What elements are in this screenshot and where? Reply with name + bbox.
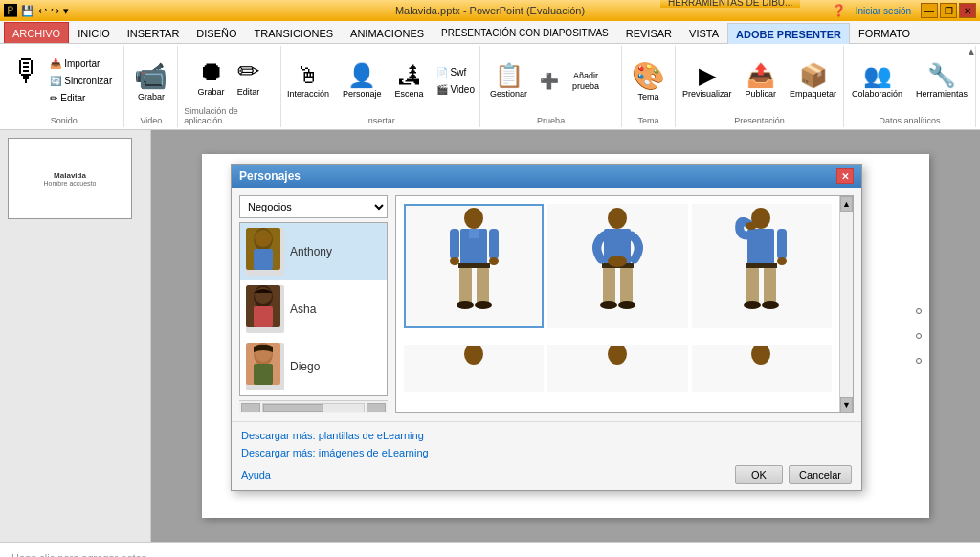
btn-personaje[interactable]: 👤 Personaje (338, 59, 387, 102)
dialog-close-btn[interactable]: ✕ (836, 168, 854, 184)
svg-rect-25 (603, 268, 615, 304)
btn-importar[interactable]: 📥 Importar (46, 56, 116, 72)
collapse-ribbon-btn[interactable]: ▲ (967, 46, 976, 56)
scroll-left-btn[interactable] (241, 403, 260, 412)
scroll-up-btn[interactable]: ▲ (840, 196, 853, 212)
handle-top[interactable] (916, 308, 922, 314)
svg-rect-17 (450, 229, 459, 259)
tab-vista[interactable]: VISTA (680, 22, 727, 43)
tab-adobe[interactable]: ADOBE PRESENTER (727, 23, 850, 44)
svg-rect-34 (746, 268, 759, 304)
microphone-icon: 🎙 (11, 56, 42, 86)
svg-point-36 (744, 301, 761, 309)
edit-sim-icon: ✏ (237, 56, 259, 87)
handle-bottom[interactable] (916, 358, 922, 364)
pose-cell-2[interactable] (547, 204, 687, 328)
pose-cell-4[interactable] (404, 345, 544, 392)
name-anthony: Anthony (290, 245, 332, 258)
btn-video[interactable]: 🎬 Video (433, 81, 479, 98)
character-icon: 👤 (347, 62, 376, 89)
manage-icon: 📋 (495, 62, 523, 89)
ribbon: 🎙 📥 Importar 🔄 Sincronizar ✏ Editar Soni… (0, 44, 980, 130)
btn-editar-sonido[interactable]: ✏ Editar (46, 90, 116, 106)
btn-editar-sim[interactable]: ✏ Editar (232, 53, 266, 100)
list-horizontal-scrollbar[interactable] (239, 400, 388, 413)
scroll-right-btn[interactable] (367, 403, 386, 412)
ok-button[interactable]: OK (735, 465, 783, 484)
handle-middle[interactable] (916, 333, 922, 339)
save-icon[interactable]: 💾 (21, 5, 34, 17)
list-item-diego[interactable]: Diego (240, 338, 387, 395)
window-controls[interactable]: ❓ Iniciar sesión — ❐ ✕ (832, 3, 976, 18)
svg-point-39 (777, 257, 787, 265)
pose-cell-5[interactable] (547, 345, 687, 392)
name-diego: Diego (290, 360, 320, 373)
btn-colaboracion[interactable]: 👥 Colaboración (847, 59, 907, 102)
minimize-btn[interactable]: — (921, 3, 938, 18)
svg-rect-33 (746, 263, 777, 268)
btn-escena[interactable]: 🏞 Escena (390, 59, 429, 102)
slide-thumbnail[interactable]: Malavida Hombre accuesto (8, 138, 132, 219)
list-item-anthony[interactable]: Anthony (240, 223, 387, 280)
btn-tema[interactable]: 🎨 Tema (627, 57, 670, 105)
slide-canvas: Personajes ✕ Negocios (202, 154, 929, 518)
scroll-down-btn[interactable]: ▼ (840, 397, 853, 412)
character-poses-grid (396, 196, 839, 412)
btn-interaccion[interactable]: 🖱 Interacción (282, 59, 334, 102)
btn-gestionar[interactable]: 📋 Gestionar (486, 59, 531, 102)
video-label: Video (140, 114, 162, 125)
window-title: Malavida.pptx - PowerPoint (Evaluación) (395, 5, 585, 16)
link-plantillas[interactable]: Descargar más: plantillas de eLearning (241, 428, 852, 445)
poses-vertical-scrollbar[interactable]: ▲ ▼ (839, 196, 853, 412)
pose-cell-6[interactable] (692, 345, 832, 392)
close-btn[interactable]: ✕ (959, 3, 976, 18)
help-link[interactable]: Ayuda (241, 469, 271, 480)
btn-empaquetar[interactable]: 📦 Empaquetar (785, 59, 841, 102)
btn-grabar-video[interactable]: 📹 Grabar (129, 57, 172, 105)
btn-publicar[interactable]: 📤 Publicar (741, 59, 782, 102)
btn-grabar-sonido[interactable]: 🎙 📥 Importar 🔄 Sincronizar ✏ Editar (7, 53, 121, 109)
tab-animaciones[interactable]: ANIMACIONES (342, 22, 433, 43)
tab-revisar[interactable]: REVISAR (617, 22, 680, 43)
simulacion-label: Simulación de aplicación (184, 104, 274, 125)
redo-icon[interactable]: ↪ (51, 5, 59, 17)
add-test-icon: ➕ (540, 72, 559, 90)
tab-insertar[interactable]: INSERTAR (119, 22, 189, 43)
cancel-button[interactable]: Cancelar (789, 465, 852, 484)
help-icon[interactable]: ❓ (832, 4, 846, 17)
btn-previsualizar[interactable]: ▶ Previsualizar (678, 59, 737, 102)
list-item-asha[interactable]: Asha (240, 280, 387, 338)
customize-icon[interactable]: ▾ (63, 5, 69, 17)
tab-archivo[interactable]: ARCHIVO (4, 22, 69, 43)
btn-herramientas[interactable]: 🔧 Herramientas (911, 59, 972, 102)
btn-grabar-sim[interactable]: ⏺ Grabar (193, 53, 230, 100)
pose-cell-3[interactable] (692, 204, 832, 328)
tab-transiciones[interactable]: TRANSICIONES (246, 22, 343, 43)
tab-inicio[interactable]: INICIO (69, 22, 119, 43)
package-icon: 📦 (799, 62, 828, 89)
btn-anadir-prueba[interactable]: ➕ Añadir prueba (535, 68, 615, 95)
ribbon-group-presentacion: ▶ Previsualizar 📤 Publicar 📦 Empaquetar … (676, 46, 844, 127)
svg-point-29 (608, 256, 627, 267)
link-imagenes[interactable]: Descargar más: imágenes de eLearning (241, 445, 852, 462)
tab-diseno[interactable]: DISEÑO (188, 22, 245, 43)
ribbon-group-insertar: 🖱 Interacción 👤 Personaje 🏞 Escena 📄 Swf… (281, 46, 480, 127)
avatar-asha (246, 285, 284, 333)
dialog-titlebar[interactable]: Personajes ✕ (232, 165, 861, 188)
notes-area[interactable]: Haga clic para agregar notas (0, 542, 980, 557)
btn-swf[interactable]: 📄 Swf (433, 64, 479, 80)
tab-presentacion[interactable]: PRESENTACIÓN CON DIAPOSITIVAS (433, 22, 617, 43)
svg-point-28 (618, 301, 635, 309)
record-icon: ⏺ (198, 56, 225, 87)
character-list[interactable]: Anthony (239, 222, 388, 396)
tab-formato[interactable]: FORMATO (850, 22, 919, 43)
restore-btn[interactable]: ❐ (940, 3, 957, 18)
btn-sincronizar[interactable]: 🔄 Sincronizar (46, 73, 116, 89)
undo-icon[interactable]: ↩ (38, 5, 47, 17)
dialog-title: Personajes (239, 169, 301, 183)
pose-cell-1[interactable] (404, 204, 544, 328)
scroll-track-h[interactable] (262, 403, 365, 412)
character-category-dropdown[interactable]: Negocios (239, 195, 388, 218)
iniciar-sesion-btn[interactable]: Iniciar sesión (856, 6, 911, 16)
scroll-thumb-h[interactable] (263, 404, 323, 412)
